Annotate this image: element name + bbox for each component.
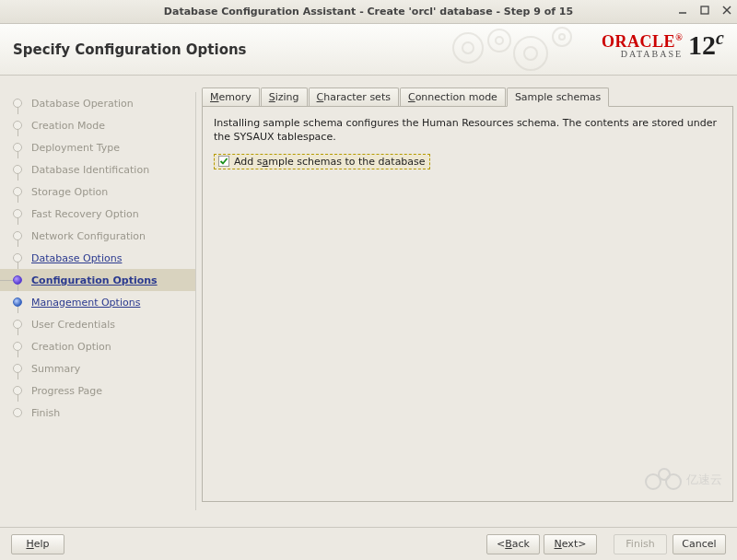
close-icon[interactable] xyxy=(722,6,731,18)
sidebar-step-creation-mode: Creation Mode xyxy=(0,114,195,136)
watermark-logo: 亿速云 xyxy=(640,461,729,497)
sidebar-step-fast-recovery-option: Fast Recovery Option xyxy=(0,203,195,225)
sidebar-step-creation-option: Creation Option xyxy=(0,335,195,357)
svg-text:亿速云: 亿速云 xyxy=(685,472,722,486)
window-titlebar: Database Configuration Assistant - Creat… xyxy=(0,0,737,24)
cancel-button[interactable]: Cancel xyxy=(673,534,726,554)
sidebar-step-label: Management Options xyxy=(31,297,140,309)
svg-point-6 xyxy=(488,29,510,52)
sidebar-step-database-options[interactable]: Database Options xyxy=(0,247,195,269)
wizard-main: MemorySizingCharacter setsConnection mod… xyxy=(196,76,737,527)
sidebar-step-finish: Finish xyxy=(0,402,195,424)
sidebar-step-label: Fast Recovery Option xyxy=(31,208,139,220)
svg-point-4 xyxy=(453,33,483,63)
sidebar-step-label: Database Identification xyxy=(31,164,149,176)
maximize-icon[interactable] xyxy=(700,6,709,18)
sidebar-step-label: User Credentials xyxy=(31,319,115,331)
finish-button[interactable]: Finish xyxy=(614,534,667,554)
sidebar-step-database-operation: Database Operation xyxy=(0,92,195,114)
svg-point-8 xyxy=(514,37,547,70)
add-sample-schemas-checkbox[interactable] xyxy=(218,156,229,167)
sidebar-step-database-identification: Database Identification xyxy=(0,158,195,181)
sidebar-step-label: Database Options xyxy=(31,252,122,264)
svg-point-7 xyxy=(496,37,503,44)
sidebar-step-network-configuration: Network Configuration xyxy=(0,225,195,247)
svg-point-14 xyxy=(666,474,681,489)
sidebar-step-deployment-type: Deployment Type xyxy=(0,136,195,158)
sidebar-step-management-options[interactable]: Management Options xyxy=(0,291,195,313)
sidebar-step-label: Configuration Options xyxy=(31,274,158,286)
help-button[interactable]: Help xyxy=(11,534,64,554)
sidebar-step-summary: Summary xyxy=(0,357,195,379)
oracle-logo: ORACLE® DATABASE 12c xyxy=(602,29,724,63)
add-sample-schemas-option[interactable]: Add sample schemas to the database xyxy=(214,154,430,169)
back-button[interactable]: < Back xyxy=(486,534,540,554)
next-button[interactable]: Next > xyxy=(544,534,597,554)
sidebar-step-storage-option: Storage Option xyxy=(0,181,195,203)
sidebar-step-label: Network Configuration xyxy=(31,230,146,242)
add-sample-schemas-label: Add sample schemas to the database xyxy=(234,156,426,168)
wizard-header: Specify Configuration Options ORACLE® DA… xyxy=(0,24,737,76)
sidebar-step-label: Storage Option xyxy=(31,186,108,198)
svg-rect-1 xyxy=(701,6,708,14)
wizard-sidebar: Database OperationCreation ModeDeploymen… xyxy=(0,76,196,527)
tab-connection-mode[interactable]: Connection mode xyxy=(400,88,506,107)
page-title: Specify Configuration Options xyxy=(13,41,247,58)
decorative-gears-icon xyxy=(442,20,590,78)
sidebar-step-progress-page: Progress Page xyxy=(0,379,195,402)
sidebar-step-label: Finish xyxy=(31,407,60,419)
svg-point-10 xyxy=(553,28,571,46)
tab-panel-sample-schemas: Installing sample schema configures the … xyxy=(202,106,733,502)
sidebar-step-label: Deployment Type xyxy=(31,142,120,154)
svg-point-13 xyxy=(659,469,670,480)
svg-point-9 xyxy=(524,47,537,60)
minimize-icon[interactable] xyxy=(678,6,687,18)
sidebar-step-label: Creation Option xyxy=(31,341,111,353)
sidebar-step-label: Progress Page xyxy=(31,385,102,397)
tab-sample-schemas[interactable]: Sample schemas xyxy=(507,88,609,107)
tabbar: MemorySizingCharacter setsConnection mod… xyxy=(202,87,733,106)
tab-memory[interactable]: Memory xyxy=(202,88,260,107)
panel-description: Installing sample schema configures the … xyxy=(214,116,721,145)
svg-point-5 xyxy=(462,42,474,53)
sidebar-step-label: Database Operation xyxy=(31,98,134,110)
sidebar-step-label: Creation Mode xyxy=(31,120,105,132)
wizard-footer: Help < Back Next > Finish Cancel xyxy=(0,527,737,560)
wizard-body: Database OperationCreation ModeDeploymen… xyxy=(0,76,737,527)
tab-sizing[interactable]: Sizing xyxy=(261,88,308,107)
sidebar-step-label: Summary xyxy=(31,363,80,375)
sidebar-step-user-credentials: User Credentials xyxy=(0,313,195,335)
window-title: Database Configuration Assistant - Creat… xyxy=(0,6,737,18)
svg-point-11 xyxy=(559,34,565,40)
tab-character-sets[interactable]: Character sets xyxy=(309,88,399,107)
sidebar-step-configuration-options[interactable]: Configuration Options xyxy=(0,269,195,291)
